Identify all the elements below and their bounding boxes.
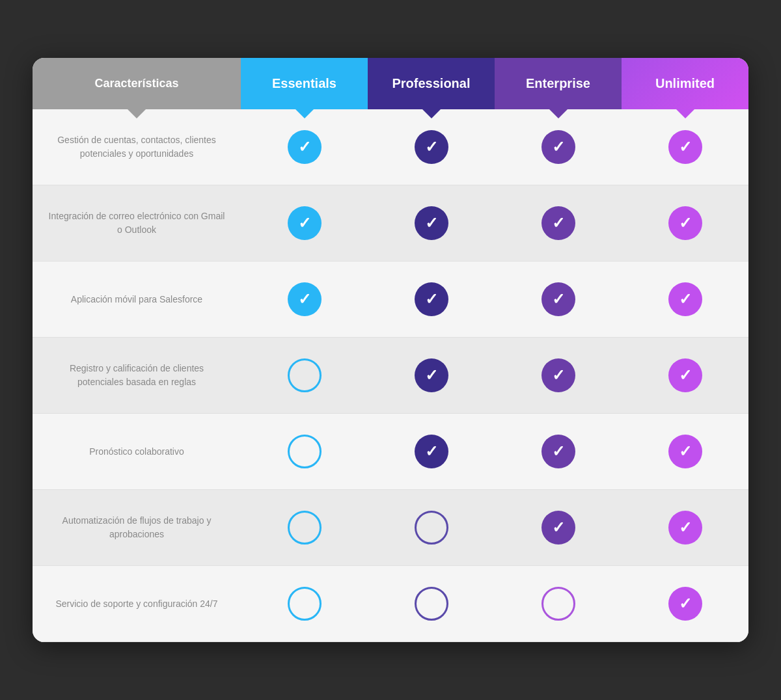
enterprise-check-cell [495, 566, 622, 641]
enterprise-check-cell: ✓ [495, 414, 622, 489]
essentials-check-icon [288, 435, 322, 468]
enterprise-check-cell: ✓ [495, 338, 622, 413]
feature-cell: Servicio de soporte y configuración 24/7 [33, 566, 241, 641]
enterprise-check-cell: ✓ [495, 185, 622, 261]
professional-check-cell [368, 490, 495, 565]
professional-check-icon: ✓ [415, 358, 448, 392]
unlimited-check-icon: ✓ [668, 511, 702, 545]
unlimited-check-cell: ✓ [622, 185, 748, 261]
unlimited-check-cell: ✓ [622, 262, 748, 337]
unlimited-check-cell: ✓ [622, 414, 748, 489]
enterprise-check-icon: ✓ [541, 206, 575, 240]
essentials-check-cell [241, 414, 368, 489]
professional-check-cell: ✓ [368, 414, 495, 489]
professional-check-cell: ✓ [368, 109, 495, 185]
feature-cell: Pronóstico colaborativo [33, 414, 241, 489]
table-body: Gestión de cuentas, contactos, clientes … [33, 109, 748, 642]
essentials-check-icon [288, 358, 322, 392]
table-row: Aplicación móvil para Salesforce✓✓✓✓ [33, 262, 748, 338]
table-row: Integración de correo electrónico con Gm… [33, 185, 748, 262]
unlimited-check-cell: ✓ [622, 338, 748, 413]
enterprise-check-icon: ✓ [541, 358, 575, 392]
essentials-check-cell [241, 566, 368, 641]
unlimited-check-icon: ✓ [668, 206, 702, 240]
professional-check-icon: ✓ [415, 206, 448, 240]
essentials-check-icon: ✓ [288, 282, 322, 316]
professional-check-cell [368, 566, 495, 641]
enterprise-check-icon: ✓ [541, 511, 575, 545]
essentials-check-icon: ✓ [288, 206, 322, 240]
enterprise-check-cell: ✓ [495, 262, 622, 337]
professional-check-cell: ✓ [368, 262, 495, 337]
professional-check-icon: ✓ [415, 130, 448, 164]
professional-check-cell: ✓ [368, 338, 495, 413]
unlimited-check-icon: ✓ [668, 130, 702, 164]
enterprise-check-icon: ✓ [541, 130, 575, 164]
essentials-check-cell: ✓ [241, 185, 368, 261]
professional-check-cell: ✓ [368, 185, 495, 261]
unlimited-check-cell: ✓ [622, 490, 748, 565]
unlimited-check-icon: ✓ [668, 435, 702, 468]
enterprise-check-icon: ✓ [541, 282, 575, 316]
feature-cell: Gestión de cuentas, contactos, clientes … [33, 109, 241, 185]
comparison-table: Características Essentials Professional … [33, 58, 748, 642]
table-row: Automatización de flujos de trabajo y ap… [33, 490, 748, 566]
unlimited-header: Unlimited [622, 58, 748, 109]
feature-cell: Aplicación móvil para Salesforce [33, 262, 241, 337]
unlimited-check-icon: ✓ [668, 587, 702, 621]
enterprise-label: Enterprise [526, 76, 590, 91]
essentials-check-cell: ✓ [241, 262, 368, 337]
professional-check-icon [415, 587, 448, 621]
unlimited-check-cell: ✓ [622, 109, 748, 185]
enterprise-check-cell: ✓ [495, 490, 622, 565]
enterprise-check-icon: ✓ [541, 435, 575, 468]
table-row: Registro y calificación de clientes pote… [33, 338, 748, 414]
unlimited-check-cell: ✓ [622, 566, 748, 641]
feature-cell: Integración de correo electrónico con Gm… [33, 185, 241, 261]
features-label: Características [94, 77, 178, 90]
feature-cell: Automatización de flujos de trabajo y ap… [33, 490, 241, 565]
essentials-header: Essentials [241, 58, 368, 109]
essentials-check-icon [288, 511, 322, 545]
professional-label: Professional [392, 76, 470, 91]
enterprise-header: Enterprise [495, 58, 622, 109]
professional-header: Professional [368, 58, 495, 109]
feature-cell: Registro y calificación de clientes pote… [33, 338, 241, 413]
enterprise-check-cell: ✓ [495, 109, 622, 185]
essentials-check-icon: ✓ [288, 130, 322, 164]
unlimited-check-icon: ✓ [668, 358, 702, 392]
essentials-check-cell: ✓ [241, 109, 368, 185]
table-row: Pronóstico colaborativo✓✓✓ [33, 414, 748, 490]
features-header: Características [33, 58, 241, 109]
professional-check-icon: ✓ [415, 282, 448, 316]
essentials-label: Essentials [272, 76, 336, 91]
enterprise-check-icon [541, 587, 575, 621]
table-row: Gestión de cuentas, contactos, clientes … [33, 109, 748, 185]
table-header: Características Essentials Professional … [33, 58, 748, 109]
professional-check-icon: ✓ [415, 435, 448, 468]
essentials-check-cell [241, 338, 368, 413]
unlimited-label: Unlimited [655, 76, 715, 91]
table-row: Servicio de soporte y configuración 24/7… [33, 566, 748, 642]
unlimited-check-icon: ✓ [668, 282, 702, 316]
essentials-check-cell [241, 490, 368, 565]
essentials-check-icon [288, 587, 322, 621]
professional-check-icon [415, 511, 448, 545]
